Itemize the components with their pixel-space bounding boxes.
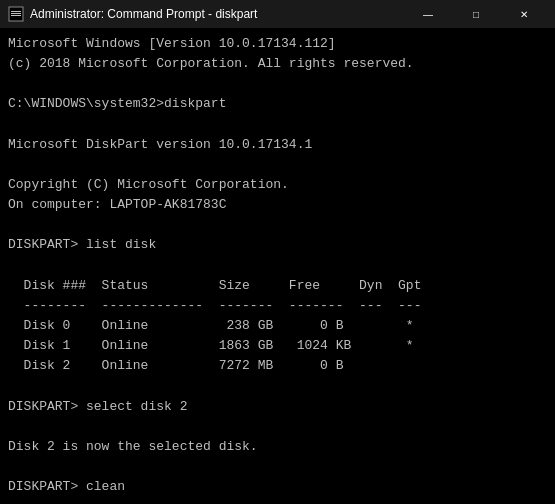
terminal-line: Disk 0 Online 238 GB 0 B * — [8, 316, 547, 336]
terminal-line: Disk 2 is now the selected disk. — [8, 437, 547, 457]
svg-rect-3 — [11, 15, 21, 16]
terminal-line: C:\WINDOWS\system32>diskpart — [8, 94, 547, 114]
terminal-content: Microsoft Windows [Version 10.0.17134.11… — [0, 28, 555, 504]
svg-rect-2 — [11, 13, 21, 14]
terminal-line — [8, 74, 547, 94]
title-bar-icon — [8, 6, 24, 22]
title-bar: Administrator: Command Prompt - diskpart… — [0, 0, 555, 28]
terminal-line: DISKPART> list disk — [8, 235, 547, 255]
terminal-line — [8, 115, 547, 135]
title-bar-text: Administrator: Command Prompt - diskpart — [30, 7, 405, 21]
window: Administrator: Command Prompt - diskpart… — [0, 0, 555, 504]
terminal-line: Disk 2 Online 7272 MB 0 B — [8, 356, 547, 376]
terminal-line — [8, 417, 547, 437]
terminal-line: Disk ### Status Size Free Dyn Gpt — [8, 276, 547, 296]
terminal-line: Copyright (C) Microsoft Corporation. — [8, 175, 547, 195]
minimize-button[interactable]: — — [405, 0, 451, 28]
terminal-line: DISKPART> clean — [8, 477, 547, 497]
terminal-line: DISKPART> select disk 2 — [8, 397, 547, 417]
terminal-line — [8, 256, 547, 276]
close-button[interactable]: ✕ — [501, 0, 547, 28]
terminal-line — [8, 497, 547, 504]
terminal-line — [8, 215, 547, 235]
maximize-button[interactable]: □ — [453, 0, 499, 28]
svg-rect-1 — [11, 11, 21, 12]
terminal-line: (c) 2018 Microsoft Corporation. All righ… — [8, 54, 547, 74]
terminal-line: On computer: LAPTOP-AK81783C — [8, 195, 547, 215]
terminal-line — [8, 155, 547, 175]
terminal-line: Microsoft DiskPart version 10.0.17134.1 — [8, 135, 547, 155]
terminal-line: Microsoft Windows [Version 10.0.17134.11… — [8, 34, 547, 54]
terminal-line — [8, 457, 547, 477]
title-bar-controls: — □ ✕ — [405, 0, 547, 28]
terminal-line: Disk 1 Online 1863 GB 1024 KB * — [8, 336, 547, 356]
terminal-line — [8, 376, 547, 396]
terminal-line: -------- ------------- ------- ------- -… — [8, 296, 547, 316]
